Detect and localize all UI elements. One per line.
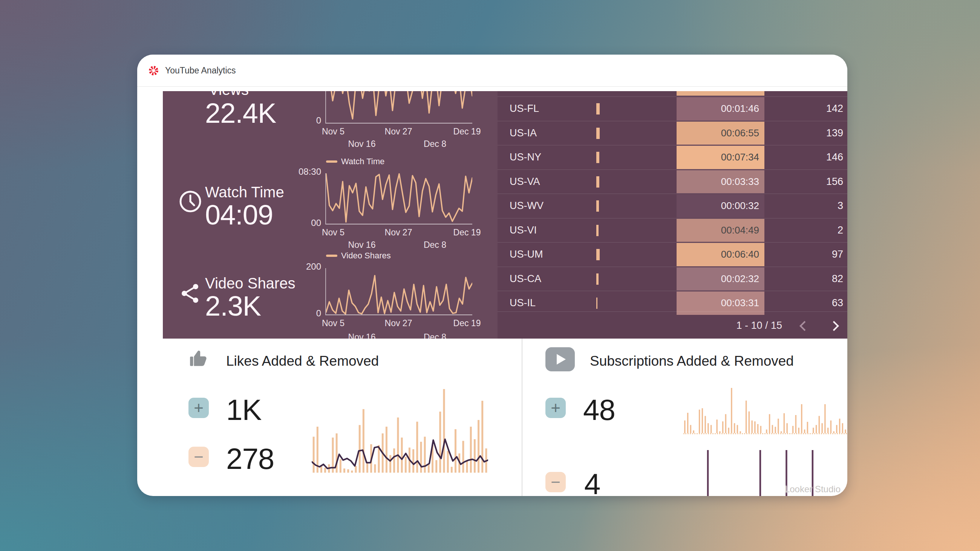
heatmap-cell-partial: [676, 91, 764, 96]
table-row: US-VA00:03:33156: [498, 170, 847, 194]
watch-time-legend: Watch Time: [326, 157, 385, 167]
x-tick: Dec 19: [453, 127, 481, 137]
x-tick: Dec 8: [424, 139, 446, 149]
region-label: US-VI: [510, 218, 537, 243]
row-bar: [596, 103, 600, 114]
count-cell: 82: [832, 267, 843, 291]
likes-added-badge: +: [188, 398, 209, 418]
table-row: US-CA00:02:3282: [498, 267, 847, 291]
report-title: YouTube Analytics: [165, 55, 236, 86]
table-row: US-FL00:01:46142: [498, 97, 847, 121]
count-cell: 3: [837, 194, 843, 218]
subs-added-badge: +: [546, 398, 566, 418]
video-shares-value: 2.3K: [205, 290, 261, 322]
x-tick: Nov 27: [385, 318, 412, 329]
x-tick: Dec 19: [453, 318, 481, 329]
region-label: US-CA: [510, 267, 541, 291]
table-row: US-UM00:06:4097: [498, 242, 847, 267]
heatmap-cell: 00:00:32: [676, 194, 764, 218]
heatmap-cell: 00:04:49: [676, 219, 764, 242]
views-metric-value: 22.4K: [205, 97, 276, 129]
subscriptions-added-chart: [683, 388, 847, 434]
heatmap-cell: 00:06:55: [676, 122, 764, 145]
shares-axis-max: 200: [295, 261, 321, 272]
thumbs-up-icon: [188, 348, 209, 369]
likes-panel-title: Likes Added & Removed: [226, 353, 379, 369]
legend-swatch: [326, 255, 337, 257]
heatmap-cell: 00:02:32: [676, 267, 764, 291]
row-bar: [596, 152, 599, 163]
x-tick: Nov 27: [385, 227, 412, 238]
video-shares-sparkline: [325, 268, 472, 315]
x-tick: Nov 5: [322, 227, 345, 238]
row-bar: [596, 273, 598, 285]
count-cell: 2: [837, 218, 843, 243]
x-tick: Nov 16: [348, 139, 376, 149]
table-body: US-FL00:01:46142US-IA00:06:55139US-NY00:…: [498, 97, 847, 315]
legend-label: Video Shares: [341, 251, 391, 260]
shares-axis-min: 0: [295, 308, 321, 319]
table-row: US-VI00:04:492: [498, 218, 847, 243]
subscriptions-panel-title: Subscriptions Added & Removed: [590, 353, 794, 369]
pagination-range-label: 1 - 10 / 15: [736, 312, 782, 338]
region-label: US-WV: [510, 194, 544, 218]
count-cell: 146: [826, 145, 843, 170]
report-window: YouTube Analytics Views 22.4K Watch Time…: [137, 55, 847, 496]
region-label: US-IA: [510, 121, 537, 145]
x-tick: Nov 16: [348, 240, 376, 250]
prev-page-button[interactable]: [799, 321, 810, 331]
x-tick: Dec 8: [424, 240, 446, 250]
x-tick: Nov 5: [322, 127, 345, 137]
heatmap-cell: 00:01:46: [676, 97, 764, 121]
report-canvas[interactable]: Views 22.4K Watch Time 04:09 Video Share…: [163, 91, 847, 338]
count-cell: 142: [826, 97, 843, 121]
views-sparkline: [325, 91, 472, 124]
minus-icon: −: [194, 449, 204, 465]
watch-axis-max: 08:30: [295, 167, 321, 177]
watch-time-value: 04:09: [205, 199, 273, 231]
plus-icon: +: [551, 400, 560, 416]
watch-time-label: Watch Time: [205, 184, 284, 201]
video-shares-legend: Video Shares: [326, 251, 391, 260]
plus-icon: +: [194, 400, 204, 416]
legend-swatch: [326, 160, 337, 163]
count-cell: 139: [826, 121, 843, 145]
likes-added-value: 1K: [226, 393, 261, 427]
likes-removed-value: 278: [226, 442, 274, 476]
row-bar: [596, 249, 600, 260]
desktop-background: YouTube Analytics Views 22.4K Watch Time…: [0, 0, 980, 551]
subs-removed-value: 4: [584, 467, 600, 496]
next-page-button[interactable]: [829, 321, 839, 331]
x-tick: Nov 27: [385, 127, 412, 137]
row-bar: [596, 128, 600, 139]
region-label: US-UM: [510, 243, 543, 267]
heatmap-cell: 00:03:33: [676, 170, 764, 194]
subs-removed-badge: −: [546, 472, 566, 492]
x-tick: Nov 5: [322, 318, 345, 329]
table-row: US-WV00:00:323: [498, 194, 847, 218]
row-bar: [596, 225, 598, 236]
legend-label: Watch Time: [341, 157, 385, 167]
minus-icon: −: [551, 474, 560, 491]
x-tick: Dec 8: [424, 332, 446, 338]
looker-studio-watermark: Looker Studio: [785, 484, 840, 494]
row-bar: [596, 176, 599, 187]
x-tick: Dec 19: [453, 227, 481, 238]
region-label: US-NY: [510, 145, 541, 170]
likes-removed-badge: −: [188, 447, 209, 467]
report-logo-icon: [148, 65, 159, 76]
table-row: US-IA00:06:55139: [498, 121, 847, 145]
play-icon: [546, 347, 575, 372]
video-shares-label: Video Shares: [205, 275, 295, 292]
count-cell: 156: [826, 170, 843, 194]
watch-time-sparkline: [325, 173, 472, 224]
x-tick: Nov 16: [348, 332, 376, 338]
share-icon: [180, 283, 201, 304]
heatmap-cell: 00:07:34: [676, 146, 764, 169]
subs-added-value: 48: [583, 393, 615, 427]
table-row: US-NY00:07:34146: [498, 145, 847, 170]
region-label: US-VA: [510, 170, 540, 194]
region-label: US-FL: [510, 97, 539, 121]
likes-chart: [312, 389, 488, 473]
table-pagination: 1 - 10 / 15: [498, 311, 847, 338]
